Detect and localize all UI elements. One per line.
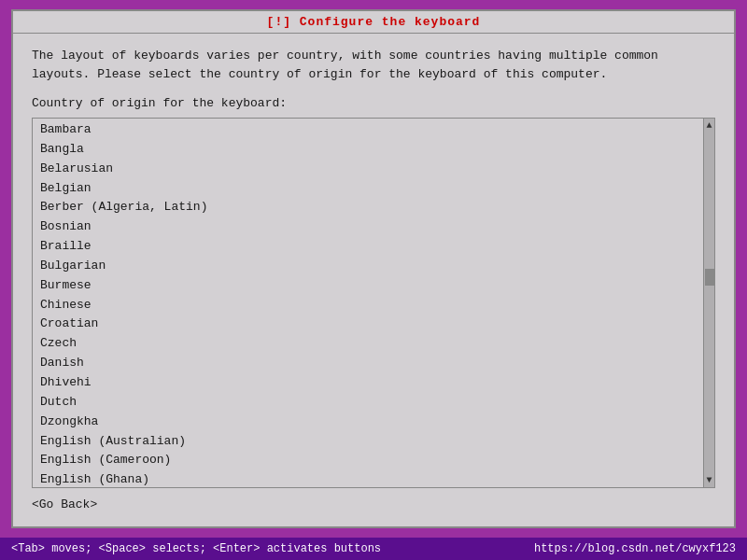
list-item[interactable]: Bambara [33,120,703,140]
keyboard-list-container: BambaraBanglaBelarusianBelgianBerber (Al… [32,118,715,488]
description-line2: layouts. Please select the country of or… [32,65,715,84]
country-label: Country of origin for the keyboard: [32,96,715,110]
description: The layout of keyboards varies per count… [32,47,715,83]
list-item[interactable]: Chinese [33,296,703,315]
list-item[interactable]: English (Australian) [33,432,703,452]
title-bar: [!] Configure the keyboard [13,11,734,34]
list-item[interactable]: English (Ghana) [33,470,703,487]
content-area: The layout of keyboards varies per count… [13,34,734,526]
list-item[interactable]: Burmese [33,276,703,296]
description-line1: The layout of keyboards varies per count… [32,47,715,65]
list-item[interactable]: Berber (Algeria, Latin) [33,198,703,217]
list-item[interactable]: Bosnian [33,217,703,237]
list-item[interactable]: Danish [33,354,703,373]
list-item[interactable]: Czech [33,334,703,354]
list-item[interactable]: Belgian [33,179,703,199]
list-item[interactable]: Belarusian [33,160,703,179]
list-item[interactable]: Dzongkha [33,413,703,432]
scroll-thumb[interactable] [705,269,714,286]
go-back-button[interactable]: <Go Back> [32,497,97,511]
scrollbar: ▲ ▼ [703,119,714,487]
bottom-buttons: <Go Back> [32,488,715,517]
list-item[interactable]: Bulgarian [33,257,703,276]
list-item[interactable]: Braille [33,237,703,257]
list-item[interactable]: Dutch [33,393,703,413]
scroll-down-arrow[interactable]: ▼ [704,473,714,487]
list-item[interactable]: Croatian [33,315,703,334]
status-url: https://blog.csdn.net/cwyxf123 [534,542,736,555]
keyboard-list[interactable]: BambaraBanglaBelarusianBelgianBerber (Al… [33,119,703,487]
list-item[interactable]: Bangla [33,140,703,160]
scroll-up-arrow[interactable]: ▲ [704,119,714,133]
window-title: [!] Configure the keyboard [267,15,481,29]
scroll-track [704,133,714,473]
status-bar: <Tab> moves; <Space> selects; <Enter> ac… [0,538,747,560]
status-help-text: <Tab> moves; <Space> selects; <Enter> ac… [11,542,381,555]
list-item[interactable]: English (Cameroon) [33,451,703,470]
list-item[interactable]: Dhivehi [33,373,703,393]
main-window: [!] Configure the keyboard The layout of… [11,9,736,528]
